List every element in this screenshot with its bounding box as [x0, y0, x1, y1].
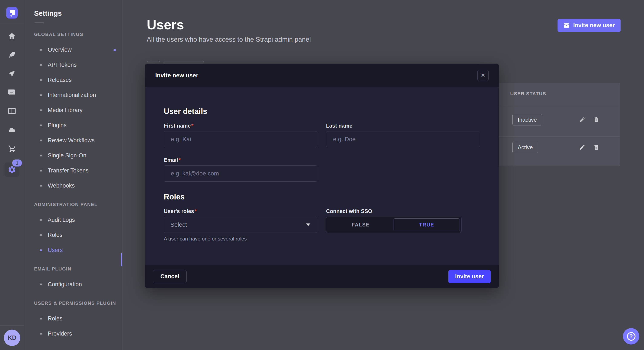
sidebar-item-providers[interactable]: Providers — [24, 326, 122, 341]
sso-group: Connect with SSO FALSE TRUE — [326, 208, 480, 242]
feather-icon[interactable] — [7, 50, 16, 59]
bullet-icon — [40, 333, 42, 335]
sidebar-item-up-roles[interactable]: Roles — [24, 311, 122, 326]
page-title: Users — [147, 17, 184, 32]
bullet-icon — [40, 249, 42, 251]
section-global-settings: GLOBAL SETTINGS Overview API Tokens Rele… — [24, 32, 122, 193]
users-table-card — [490, 83, 620, 166]
sidebar-item-media-library[interactable]: Media Library — [24, 103, 122, 118]
layout-icon[interactable] — [7, 106, 16, 116]
sidebar-item-api-tokens[interactable]: API Tokens — [24, 57, 122, 72]
avatar[interactable]: KD — [4, 330, 20, 346]
edit-icon[interactable] — [578, 115, 587, 124]
help-button[interactable]: ? — [623, 328, 639, 345]
paper-plane-icon[interactable] — [7, 69, 16, 78]
first-name-label: First name* — [164, 123, 317, 129]
home-icon[interactable] — [7, 31, 16, 41]
strapi-logo[interactable] — [6, 7, 18, 18]
section-label: USERS & PERMISSIONS PLUGIN — [34, 301, 122, 306]
bullet-icon — [40, 94, 42, 96]
status-badge: Active — [512, 142, 538, 153]
icon-rail: 1 KD — [0, 0, 24, 350]
sidebar-item-single-sign-on[interactable]: Single Sign-On — [24, 148, 122, 163]
bullet-icon — [40, 49, 42, 51]
bullet-icon — [40, 318, 42, 320]
sidebar-item-admin-roles[interactable]: Roles — [24, 227, 122, 243]
required-asterisk: * — [191, 123, 193, 129]
bullet-icon — [40, 219, 42, 221]
bullet-icon — [40, 64, 42, 66]
table-divider — [490, 137, 620, 137]
envelope-icon — [563, 22, 570, 29]
email-group: Email* — [164, 157, 317, 181]
bullet-icon — [40, 109, 42, 111]
delete-icon[interactable] — [592, 115, 601, 124]
column-user-status: USER STATUS — [510, 91, 546, 97]
first-name-field[interactable] — [164, 131, 317, 147]
settings-sidenav: Settings GLOBAL SETTINGS Overview API To… — [24, 0, 122, 350]
bullet-icon — [40, 124, 42, 126]
sidebar-item-transfer-tokens[interactable]: Transfer Tokens — [24, 163, 122, 178]
sidebar-item-configuration[interactable]: Configuration — [24, 277, 122, 292]
sidebar-item-webhooks[interactable]: Webhooks — [24, 178, 122, 193]
edit-icon[interactable] — [578, 143, 587, 152]
last-name-field[interactable] — [326, 131, 480, 147]
user-roles-label: User's roles* — [164, 208, 317, 214]
section-label: EMAIL PLUGIN — [34, 266, 122, 272]
email-label: Email* — [164, 157, 317, 163]
first-name-group: First name* — [164, 123, 317, 147]
sidenav-scrollbar[interactable] — [121, 253, 122, 266]
settings-notification-badge: 1 — [12, 160, 22, 167]
invite-new-user-button[interactable]: Invite new user — [558, 19, 620, 32]
last-name-group: Last name — [326, 123, 480, 147]
sidenav-title: Settings — [34, 9, 122, 17]
required-asterisk: * — [179, 157, 181, 163]
cart-icon[interactable] — [7, 144, 16, 153]
strapi-admin-app: 1 KD Settings GLOBAL SETTINGS Overview A… — [0, 0, 644, 350]
section-label: ADMINISTRATION PANEL — [34, 202, 122, 207]
logo-area — [0, 0, 24, 24]
sidebar-item-audit-logs[interactable]: Audit Logs — [24, 212, 122, 227]
status-badge: Inactive — [512, 114, 542, 126]
email-field[interactable] — [164, 166, 317, 181]
section-users-permissions-plugin: USERS & PERMISSIONS PLUGIN Roles Provide… — [24, 301, 122, 341]
sidebar-item-users[interactable]: Users — [24, 243, 122, 258]
last-name-label: Last name — [326, 123, 480, 129]
sidebar-item-plugins[interactable]: Plugins — [24, 118, 122, 133]
cancel-button[interactable]: Cancel — [153, 270, 186, 283]
close-icon[interactable]: ✕ — [478, 70, 488, 81]
sso-toggle: FALSE TRUE — [326, 217, 462, 233]
invite-new-user-modal: Invite new user ✕ User details First nam… — [145, 64, 499, 288]
overview-notification-dot — [114, 49, 116, 51]
invite-user-submit-button[interactable]: Invite user — [448, 270, 491, 283]
bullet-icon — [40, 79, 42, 81]
bullet-icon — [40, 170, 42, 172]
modal-body: User details First name* Last name — [145, 87, 499, 265]
chevron-down-icon — [306, 223, 311, 226]
section-email-plugin: EMAIL PLUGIN Configuration — [24, 266, 122, 292]
delete-icon[interactable] — [592, 143, 601, 152]
question-mark-icon: ? — [627, 332, 636, 341]
required-asterisk: * — [195, 208, 197, 214]
bullet-icon — [40, 155, 42, 157]
sso-option-false[interactable]: FALSE — [328, 218, 394, 231]
sidebar-item-overview[interactable]: Overview — [24, 42, 122, 57]
media-icon[interactable] — [7, 88, 16, 97]
section-label: GLOBAL SETTINGS — [34, 32, 122, 37]
sidebar-item-internationalization[interactable]: Internationalization — [24, 88, 122, 103]
bullet-icon — [40, 234, 42, 236]
sso-option-true[interactable]: TRUE — [394, 218, 460, 231]
roles-heading: Roles — [164, 192, 480, 201]
sidenav-title-divider — [34, 22, 44, 23]
page-subtitle: All the users who have access to the Str… — [147, 36, 311, 43]
bullet-icon — [40, 283, 42, 285]
user-roles-select[interactable]: Select — [164, 217, 317, 233]
sidebar-item-review-workflows[interactable]: Review Workflows — [24, 133, 122, 148]
gear-icon[interactable]: 1 — [4, 163, 20, 177]
user-details-heading: User details — [164, 107, 480, 116]
sidebar-item-releases[interactable]: Releases — [24, 72, 122, 88]
rail-nav: 1 — [0, 31, 24, 177]
cloud-icon[interactable] — [7, 125, 16, 134]
section-administration-panel: ADMINISTRATION PANEL Audit Logs Roles Us… — [24, 202, 122, 258]
bullet-icon — [40, 140, 42, 141]
